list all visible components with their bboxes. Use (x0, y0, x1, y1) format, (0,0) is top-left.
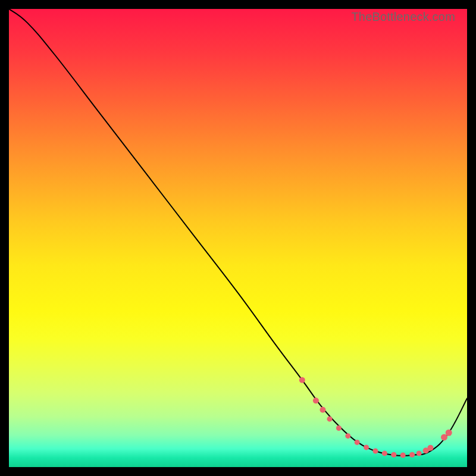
curve-marker (400, 452, 406, 458)
curve-marker (327, 416, 333, 422)
curve-marker (345, 433, 350, 439)
curve-marker (355, 440, 360, 445)
curve-marker (446, 430, 452, 436)
chart-plot-area: TheBottleneck.com (9, 9, 467, 467)
chart-svg (9, 9, 467, 467)
curve-marker (409, 452, 415, 458)
curve-marker (391, 452, 396, 458)
curve-marker (299, 377, 305, 383)
curve-marker (336, 425, 342, 431)
curve-marker (320, 407, 325, 413)
bottleneck-curve (9, 9, 467, 456)
chart-frame: TheBottleneck.com (0, 0, 476, 476)
curve-marker (382, 450, 387, 456)
curve-marker (427, 445, 433, 451)
curve-markers (299, 377, 452, 458)
curve-marker (364, 444, 369, 450)
curve-marker (313, 397, 319, 403)
curve-marker (373, 449, 378, 454)
curve-marker (416, 450, 422, 456)
